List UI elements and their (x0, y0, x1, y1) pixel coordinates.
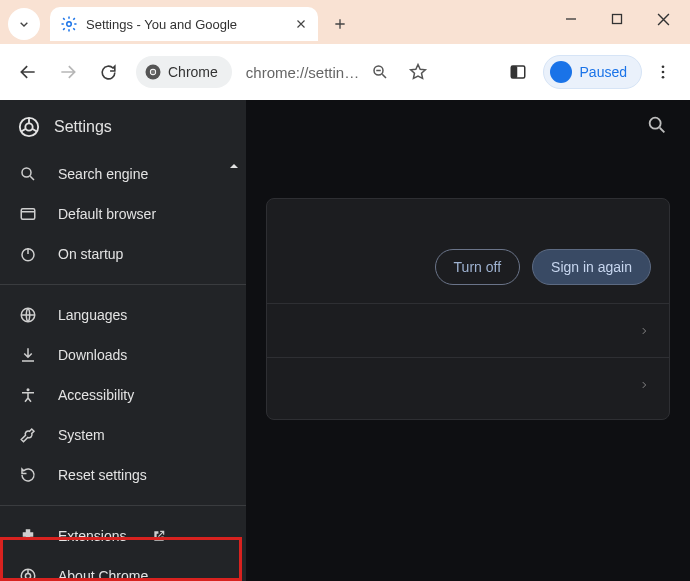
sidebar-item-default-browser[interactable]: Default browser (0, 194, 246, 234)
search-icon (18, 164, 38, 184)
settings-sidebar: Settings Search engine Default browser O… (0, 100, 246, 581)
reset-icon (18, 465, 38, 485)
chrome-logo-icon (18, 116, 40, 138)
sidebar-item-accessibility[interactable]: Accessibility (0, 375, 246, 415)
arrow-right-icon (58, 62, 78, 82)
chrome-icon (144, 63, 162, 81)
profile-status-label: Paused (580, 64, 627, 80)
browser-toolbar: Chrome chrome://settin… Paused (0, 44, 690, 100)
sidebar-item-label: Search engine (58, 166, 148, 182)
tab-search-dropdown[interactable] (8, 8, 40, 40)
minimize-button[interactable] (548, 0, 594, 38)
sidebar-title: Settings (54, 118, 112, 136)
overflow-menu-button[interactable] (646, 55, 680, 89)
close-icon[interactable] (294, 17, 308, 31)
svg-point-20 (650, 118, 661, 129)
chrome-icon (18, 566, 38, 581)
sidebar-item-system[interactable]: System (0, 415, 246, 455)
sidebar-scroll[interactable]: Search engine Default browser On startup… (0, 154, 246, 581)
power-icon (18, 244, 38, 264)
sidebar-item-label: System (58, 427, 105, 443)
svg-point-9 (662, 71, 665, 74)
gear-icon (60, 15, 78, 33)
sidebar-separator (0, 284, 246, 285)
side-panel-button[interactable] (501, 55, 535, 89)
svg-rect-1 (613, 15, 622, 24)
sidebar-item-label: Extensions (58, 528, 126, 544)
sidebar-item-downloads[interactable]: Downloads (0, 335, 246, 375)
sidebar-item-about-chrome[interactable]: About Chrome (0, 556, 246, 581)
settings-content: Settings Search engine Default browser O… (0, 100, 690, 581)
close-window-button[interactable] (640, 0, 686, 38)
accessibility-icon (18, 385, 38, 405)
sidebar-item-label: Languages (58, 307, 127, 323)
forward-button[interactable] (50, 54, 86, 90)
back-button[interactable] (10, 54, 46, 90)
sidebar-item-label: Default browser (58, 206, 156, 222)
sidebar-item-label: Reset settings (58, 467, 147, 483)
globe-icon (18, 305, 38, 325)
sidebar-header: Settings (0, 100, 246, 154)
sidebar-item-label: On startup (58, 246, 123, 262)
settings-row[interactable] (267, 303, 669, 357)
sidebar-separator (0, 505, 246, 506)
site-chip-label: Chrome (168, 64, 218, 80)
download-icon (18, 345, 38, 365)
maximize-button[interactable] (594, 0, 640, 38)
open-external-icon (152, 529, 166, 543)
zoom-button[interactable] (363, 55, 397, 89)
svg-point-17 (27, 388, 30, 391)
svg-point-19 (25, 573, 30, 578)
site-chip[interactable]: Chrome (136, 56, 232, 88)
arrow-left-icon (18, 62, 38, 82)
avatar-icon (550, 61, 572, 83)
settings-main-panel: Turn off Sign in again (246, 100, 690, 581)
sidebar-item-on-startup[interactable]: On startup (0, 234, 246, 274)
chevron-right-icon (639, 378, 649, 392)
reload-button[interactable] (90, 54, 126, 90)
sidebar-item-search-engine[interactable]: Search engine (0, 154, 246, 194)
maximize-icon (611, 13, 623, 25)
sidebar-item-extensions[interactable]: Extensions (0, 516, 246, 556)
sync-card: Turn off Sign in again (266, 198, 670, 420)
chevron-right-icon (639, 324, 649, 338)
kebab-icon (654, 63, 672, 81)
turn-off-button[interactable]: Turn off (435, 249, 520, 285)
window-controls (548, 0, 686, 44)
settings-row[interactable] (267, 357, 669, 411)
svg-point-12 (25, 123, 32, 130)
sidebar-item-reset-settings[interactable]: Reset settings (0, 455, 246, 495)
star-icon (408, 62, 428, 82)
svg-point-4 (151, 70, 156, 75)
profile-paused-chip[interactable]: Paused (543, 55, 642, 89)
svg-point-13 (22, 168, 31, 177)
svg-rect-14 (21, 209, 35, 220)
browser-icon (18, 204, 38, 224)
sign-in-again-button[interactable]: Sign in again (532, 249, 651, 285)
sidebar-item-label: About Chrome (58, 568, 148, 581)
side-panel-icon (509, 63, 527, 81)
window-titlebar: Settings - You and Google (0, 0, 690, 44)
browser-tab[interactable]: Settings - You and Google (50, 7, 318, 41)
wrench-icon (18, 425, 38, 445)
minimize-icon (565, 13, 577, 25)
address-bar-url[interactable]: chrome://settin… (246, 64, 359, 81)
reload-icon (99, 63, 118, 82)
sidebar-item-languages[interactable]: Languages (0, 295, 246, 335)
tab-title: Settings - You and Google (86, 17, 294, 32)
extension-icon (18, 526, 38, 546)
close-icon (657, 13, 670, 26)
chevron-down-icon (16, 16, 32, 32)
plus-icon (332, 16, 348, 32)
search-settings-button[interactable] (646, 114, 668, 136)
svg-point-10 (662, 76, 665, 79)
zoom-icon (371, 63, 389, 81)
new-tab-button[interactable] (326, 10, 354, 38)
sidebar-item-label: Accessibility (58, 387, 134, 403)
svg-rect-7 (511, 66, 517, 78)
bookmark-button[interactable] (401, 55, 435, 89)
sidebar-item-label: Downloads (58, 347, 127, 363)
svg-point-0 (67, 22, 72, 27)
svg-point-8 (662, 65, 665, 68)
